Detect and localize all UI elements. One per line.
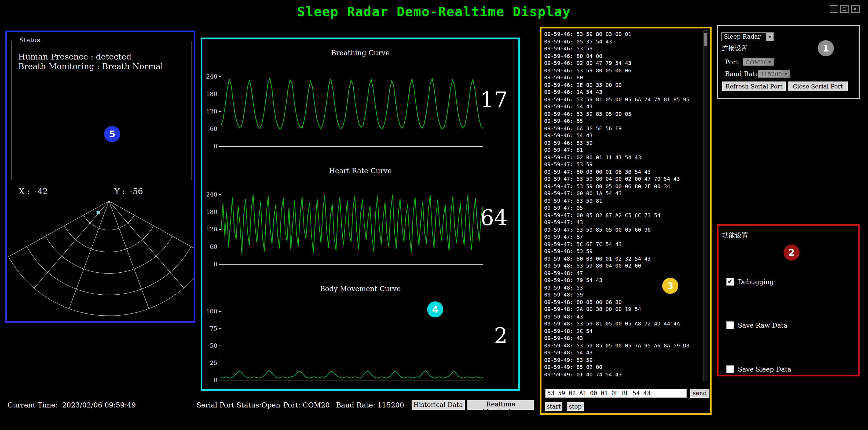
log-line: 09-59-48: 54 43 [544, 349, 702, 356]
body-movement-plot: 1007550250 [202, 297, 518, 387]
body-movement-chart: Body Movement Curve 1007550250 2 [202, 278, 518, 386]
svg-text:180: 180 [206, 208, 217, 215]
window-controls: – □ × [829, 5, 860, 13]
close-icon[interactable]: × [851, 5, 860, 13]
log-line: 09-59-46: 80 [544, 74, 702, 81]
breathing-plot: 240180120600 [202, 61, 518, 153]
log-line: 09-59-48: 80 03 00 01 02 32 54 43 [544, 255, 702, 262]
body-movement-value: 2 [494, 323, 508, 348]
unchecked-checkbox-icon[interactable] [726, 365, 734, 373]
breathing-rate-value: 17 [480, 88, 508, 112]
log-line: 09-59-46: 80 04 00 [544, 52, 702, 60]
app-window: Sleep Radar Demo-Realtime Display – □ × … [0, 0, 868, 430]
log-line: 09-59-48: 79 54 43 [544, 277, 702, 284]
current-time-text: Current Time: 2023/02/06 09:59:49 [7, 401, 136, 409]
log-line: 09-59-47: 53 59 85 05 00 05 60 90 [544, 226, 702, 233]
svg-text:50: 50 [210, 342, 217, 349]
minimize-icon[interactable]: – [829, 5, 838, 13]
svg-text:0: 0 [214, 261, 217, 268]
annotation-badge-2: 2 [783, 244, 800, 261]
svg-text:25: 25 [210, 360, 217, 366]
connection-panel: Sleep Radar ▼ 连接设置 Port COM20 ▼ Baud Rat… [717, 25, 860, 99]
log-line: 09-59-46: 65 [544, 118, 702, 125]
human-presence-text: Human Presence : detected [12, 52, 191, 62]
log-line: 09-59-49: 53 59 [544, 356, 702, 364]
log-line: 09-59-46: 54 43 [544, 103, 702, 110]
device-select[interactable]: Sleep Radar ▼ [721, 32, 774, 41]
annotation-badge-5: 5 [104, 126, 120, 142]
chevron-down-icon: ▼ [782, 70, 789, 77]
maximize-icon[interactable]: □ [840, 5, 849, 13]
x-coordinate: X : -42 [19, 187, 48, 196]
log-line: 09-59-48: 59 [544, 291, 702, 298]
log-line: 09-59-47: 00 05 82 87 A2 C5 CC 73 54 [544, 211, 702, 219]
radar-fan-display [7, 196, 194, 320]
port-select-value: COM20 [743, 59, 766, 65]
log-line: 09-59-46: 53 59 81 05 00 05 6A 74 7A 81 … [544, 96, 702, 103]
log-line: 09-59-47: 02 00 01 11 41 54 43 [544, 154, 702, 161]
baud-rate-select[interactable]: 115200 ▼ [758, 70, 790, 78]
svg-text:60: 60 [210, 126, 217, 132]
log-line: 09-59-48: 80 05 00 06 80 [544, 298, 702, 306]
log-line: 09-59-48: 53 59 81 05 00 05 A8 72 4D 44 … [544, 320, 702, 327]
chart-title: Breathing Curve [202, 49, 518, 57]
historical-data-button[interactable]: Historical Data [412, 400, 465, 409]
log-line: 09-59-47: 00 00 1A 54 43 [544, 190, 702, 197]
annotation-badge-1: 1 [818, 40, 834, 56]
unchecked-checkbox-icon[interactable] [726, 321, 734, 329]
start-button[interactable]: start [545, 402, 562, 411]
serial-port-status-text: Serial Port Status:Open [196, 401, 280, 409]
curves-panel: Breathing Curve 240180120600 17 Heart Ra… [201, 37, 520, 391]
app-title: Sleep Radar Demo-Realtime Display [0, 4, 868, 19]
baud-rate-select-value: 115200 [758, 70, 782, 77]
checkbox-save-sleep-data[interactable]: Save Sleep Data [726, 365, 791, 373]
checkbox-debugging[interactable]: ✔Debugging [726, 278, 774, 286]
log-line: 09-59-48: 2C 54 [544, 327, 702, 335]
heart-rate-value: 64 [480, 205, 508, 230]
realtime-monitoring-button[interactable]: Realtime Monitoring [467, 400, 534, 409]
function-section-label: 功能设置 [722, 231, 748, 240]
connection-section-label: 连接设置 [722, 44, 747, 53]
close-serial-port-button[interactable]: Close Serial Port [788, 81, 848, 91]
command-input[interactable] [545, 389, 687, 398]
log-line: 09-59-47: 53 59 81 [544, 197, 702, 204]
chevron-down-icon: ▼ [766, 59, 773, 65]
log-line: 09-59-47: 80 03 00 01 0B 3B 54 43 [544, 168, 702, 175]
send-button[interactable]: send [690, 389, 709, 398]
port-select[interactable]: COM20 ▼ [743, 58, 774, 66]
log-line: 09-59-46: 05 35 54 43 [544, 38, 702, 45]
svg-text:60: 60 [210, 243, 217, 250]
annotation-badge-3: 3 [662, 278, 678, 294]
log-line: 09-59-48: 53 59 80 04 00 02 00 [544, 262, 702, 269]
checkbox-save-raw-data[interactable]: Save Raw Data [726, 321, 787, 329]
log-scrollbar[interactable] [703, 30, 708, 381]
log-line: 09-59-46: 53 59 80 05 00 06 [544, 67, 702, 74]
log-line: 09-59-46: 6A 3B 5E 56 F9 [544, 125, 702, 132]
refresh-serial-port-button[interactable]: Refresh Serial Port [722, 81, 786, 91]
scrollbar-thumb[interactable] [704, 33, 707, 46]
chart-title: Heart Rate Curve [202, 167, 518, 175]
device-select-value: Sleep Radar [722, 33, 766, 40]
stop-button[interactable]: stop [567, 402, 584, 411]
log-panel: 09-59-46: 53 59 80 03 00 0109-59-46: 05 … [540, 27, 712, 415]
log-line: 09-59-47: 53 59 [544, 161, 702, 168]
checked-checkbox-icon[interactable]: ✔ [726, 278, 734, 286]
log-line: 09-59-46: 1A 54 43 [544, 89, 702, 96]
serial-log-list[interactable]: 09-59-46: 53 59 80 03 00 0109-59-46: 05 … [544, 31, 702, 380]
log-line: 09-59-46: 53 59 [544, 45, 702, 52]
log-line: 09-59-47: 05 [544, 204, 702, 211]
log-line: 09-59-46: 54 43 [544, 132, 702, 139]
svg-text:180: 180 [206, 91, 217, 97]
radar-target-marker [97, 211, 100, 214]
log-line: 09-59-48: 2A 00 38 00 00 19 54 [544, 306, 702, 313]
svg-text:120: 120 [206, 226, 217, 233]
svg-text:0: 0 [214, 143, 217, 150]
heart-rate-plot: 240180120600 [202, 178, 518, 271]
breath-monitoring-text: Breath Monitoring : Breath Normal [12, 62, 191, 71]
status-panel: Status Human Presence : detected Breath … [5, 31, 195, 323]
log-line: 09-59-48: 53 59 [544, 248, 702, 255]
svg-text:240: 240 [206, 73, 217, 80]
log-line: 09-59-47: 5C 6E 7C 54 43 [544, 240, 702, 248]
log-line: 09-59-47: 53 59 80 05 00 06 80 2F 00 34 [544, 183, 702, 190]
annotation-badge-4: 4 [427, 301, 443, 318]
